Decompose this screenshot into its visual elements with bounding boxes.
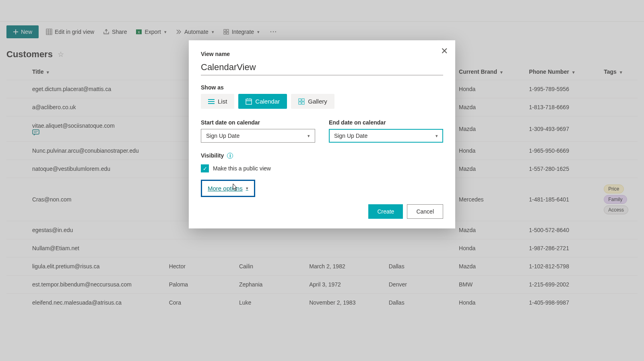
cancel-button[interactable]: Cancel: [407, 204, 443, 219]
start-date-select[interactable]: Sign Up Date ▾: [201, 129, 315, 143]
public-view-checkbox[interactable]: ✓: [201, 164, 209, 172]
start-date-value: Sign Up Date: [206, 133, 239, 139]
chevron-down-icon: ▾: [308, 133, 310, 139]
svg-rect-11: [299, 102, 301, 104]
info-icon[interactable]: i: [227, 153, 233, 159]
chevron-down-icon: ▾: [436, 133, 438, 139]
end-date-select[interactable]: Sign Up Date ▾: [329, 129, 443, 143]
start-date-label: Start date on calendar: [201, 119, 315, 126]
calendar-icon: [246, 98, 252, 105]
list-icon: [208, 99, 215, 104]
svg-rect-8: [246, 99, 252, 104]
public-view-label: Make this a public view: [213, 165, 271, 172]
gallery-icon: [298, 98, 305, 105]
close-button[interactable]: ✕: [441, 46, 448, 56]
cursor-icon: [231, 183, 238, 192]
svg-rect-12: [302, 102, 304, 104]
more-options-highlight: More options ▾: [201, 180, 255, 197]
more-options-link[interactable]: More options ▾: [208, 185, 248, 192]
svg-rect-10: [302, 99, 304, 101]
end-date-value: Sign Up Date: [334, 133, 367, 139]
show-as-calendar-button[interactable]: Calendar: [238, 94, 287, 109]
end-date-label: End date on calendar: [329, 119, 443, 126]
show-as-list-button[interactable]: List: [201, 94, 234, 109]
show-as-gallery-button[interactable]: Gallery: [291, 94, 334, 109]
create-view-dialog: ✕ View name Show as List Calendar: [189, 40, 455, 228]
chevron-down-icon: ▾: [246, 186, 248, 191]
check-icon: ✓: [203, 166, 207, 172]
show-as-label: Show as: [201, 84, 443, 91]
view-name-input[interactable]: [201, 60, 443, 75]
close-icon: ✕: [441, 46, 448, 56]
view-name-label: View name: [201, 51, 443, 57]
svg-rect-9: [299, 99, 301, 101]
visibility-label: Visibility: [201, 152, 224, 159]
create-button[interactable]: Create: [368, 204, 403, 219]
